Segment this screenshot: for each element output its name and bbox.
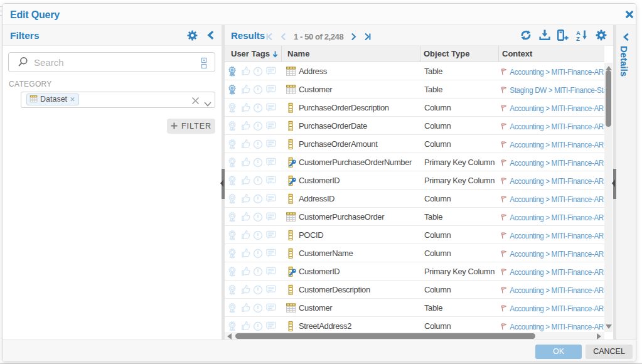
svg-text:Z: Z — [576, 35, 580, 41]
